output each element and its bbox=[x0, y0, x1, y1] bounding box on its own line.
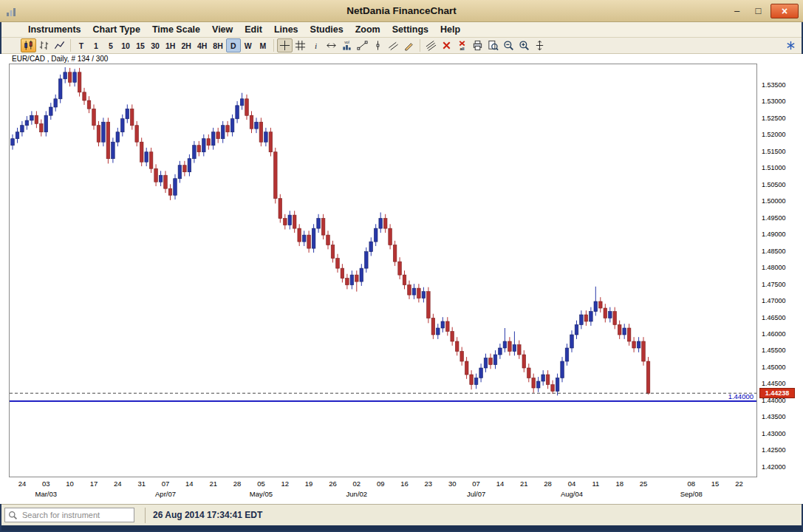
scroll-horizontal-icon bbox=[326, 40, 337, 51]
candle bbox=[197, 141, 201, 157]
value-scale-button[interactable] bbox=[532, 38, 547, 52]
timeframe-8h-button[interactable]: 8H bbox=[210, 38, 225, 52]
trend-line-tool-button[interactable] bbox=[355, 38, 370, 52]
scroll-horizontal-button[interactable] bbox=[324, 38, 339, 52]
x-axis-month-label: Mar/03 bbox=[35, 490, 57, 498]
vertical-line-tool-button[interactable] bbox=[370, 38, 386, 52]
delete-line-button[interactable] bbox=[439, 38, 454, 52]
star-icon bbox=[785, 40, 796, 51]
x-axis-day-label: 02 bbox=[353, 480, 361, 488]
titlebar[interactable]: NetDania FinanceChart – □ × bbox=[0, 0, 803, 22]
candle bbox=[54, 95, 58, 112]
search-input[interactable] bbox=[21, 510, 131, 520]
star-button[interactable] bbox=[783, 38, 799, 52]
timeframe-1-button[interactable]: 1 bbox=[89, 38, 103, 52]
candle bbox=[570, 330, 574, 352]
line-chart-button[interactable] bbox=[52, 38, 67, 52]
candle bbox=[207, 134, 211, 150]
candle bbox=[221, 121, 225, 143]
grid-icon bbox=[295, 40, 306, 51]
candle bbox=[479, 364, 483, 382]
menu-lines[interactable]: Lines bbox=[268, 24, 304, 35]
menu-edit[interactable]: Edit bbox=[239, 24, 268, 35]
timeframe-10-button[interactable]: 10 bbox=[118, 38, 133, 52]
x-axis-day-label: 15 bbox=[711, 480, 720, 488]
menu-zoom[interactable]: Zoom bbox=[349, 24, 386, 35]
timeframe-t-button[interactable]: T bbox=[74, 38, 89, 52]
candle bbox=[211, 128, 215, 150]
candle bbox=[499, 344, 502, 359]
price-chart[interactable] bbox=[10, 64, 756, 477]
x-axis-day-label: 21 bbox=[209, 480, 217, 488]
menu-view[interactable]: View bbox=[206, 24, 239, 35]
zoom-in-button[interactable] bbox=[516, 38, 532, 52]
menu-settings[interactable]: Settings bbox=[386, 24, 434, 35]
horizontal-line-label[interactable]: 1.44000 bbox=[728, 392, 754, 400]
parallel-channel-tool-button[interactable] bbox=[386, 38, 401, 52]
candle bbox=[536, 377, 540, 392]
x-axis-day-label: 25 bbox=[640, 480, 648, 488]
candle bbox=[140, 137, 143, 166]
multi-line-tool-button[interactable] bbox=[423, 38, 439, 52]
info-button[interactable]: i bbox=[308, 38, 324, 52]
minimize-button[interactable]: – bbox=[728, 4, 746, 18]
zoom-out-button[interactable] bbox=[501, 38, 516, 52]
delete-all-lines-button[interactable]: all bbox=[454, 38, 470, 52]
candle bbox=[341, 264, 344, 282]
x-axis-day-label: 08 bbox=[687, 480, 695, 488]
maximize-button[interactable]: □ bbox=[749, 4, 768, 18]
candle bbox=[188, 154, 191, 177]
toolbar-separator bbox=[70, 39, 71, 52]
print-preview-button[interactable] bbox=[485, 38, 501, 52]
candle bbox=[393, 241, 397, 266]
candle bbox=[389, 224, 392, 249]
plot-frame: 1.44000 bbox=[9, 64, 757, 477]
x-axis-day-label: 28 bbox=[544, 480, 552, 488]
menu-time-scale[interactable]: Time Scale bbox=[146, 24, 206, 35]
y-axis-label: 1.49500 bbox=[762, 214, 786, 222]
menu-help[interactable]: Help bbox=[434, 24, 466, 35]
candle bbox=[92, 104, 96, 129]
timeframe-w-button[interactable]: W bbox=[241, 38, 256, 52]
crosshair-button[interactable] bbox=[277, 38, 293, 52]
candle bbox=[604, 304, 607, 322]
timeframe-15-button[interactable]: 15 bbox=[133, 38, 148, 52]
candle bbox=[216, 128, 220, 143]
candle bbox=[427, 287, 431, 324]
menu-chart-type[interactable]: Chart Type bbox=[87, 24, 146, 35]
bar-chart-button[interactable] bbox=[36, 38, 52, 52]
volume-button[interactable]: vol bbox=[339, 38, 355, 52]
y-axis-label: 1.49000 bbox=[762, 231, 786, 238]
timeframe-5-button[interactable]: 5 bbox=[103, 38, 118, 52]
volume-icon: vol bbox=[341, 40, 352, 51]
pencil-tool-button[interactable] bbox=[401, 38, 417, 52]
candle bbox=[21, 121, 24, 137]
timeframe-2h-button[interactable]: 2H bbox=[178, 38, 194, 52]
x-axis-month-label: Jul/07 bbox=[467, 490, 485, 498]
candle bbox=[508, 337, 512, 355]
candlestick-chart-button[interactable] bbox=[21, 38, 36, 52]
candle bbox=[87, 96, 91, 113]
grid-button[interactable] bbox=[293, 38, 308, 52]
svg-text:vol: vol bbox=[344, 40, 349, 44]
x-axis-month-label: May/05 bbox=[250, 490, 273, 498]
candle bbox=[546, 370, 550, 389]
print-button[interactable] bbox=[470, 38, 485, 52]
menu-studies[interactable]: Studies bbox=[304, 24, 349, 35]
timeframe-1h-button[interactable]: 1H bbox=[163, 38, 178, 52]
timeframe-4h-button[interactable]: 4H bbox=[194, 38, 210, 52]
candle bbox=[321, 214, 325, 239]
candle bbox=[264, 128, 268, 146]
candle bbox=[455, 337, 459, 355]
app-icon bbox=[6, 6, 16, 16]
candle bbox=[541, 370, 545, 386]
timeframe-30-button[interactable]: 30 bbox=[148, 38, 163, 52]
menu-instruments[interactable]: Instruments bbox=[22, 24, 87, 35]
timeframe-m-button[interactable]: M bbox=[256, 38, 270, 52]
timeframe-d-button[interactable]: D bbox=[226, 38, 241, 52]
toolbar-separator bbox=[273, 39, 274, 52]
y-axis[interactable]: 1.535001.530001.525001.520001.515001.510… bbox=[758, 64, 803, 477]
x-axis-days[interactable]: 2403101724310714212805121926020916233007… bbox=[0, 480, 783, 490]
candle bbox=[288, 211, 292, 229]
close-button[interactable]: × bbox=[770, 4, 799, 18]
